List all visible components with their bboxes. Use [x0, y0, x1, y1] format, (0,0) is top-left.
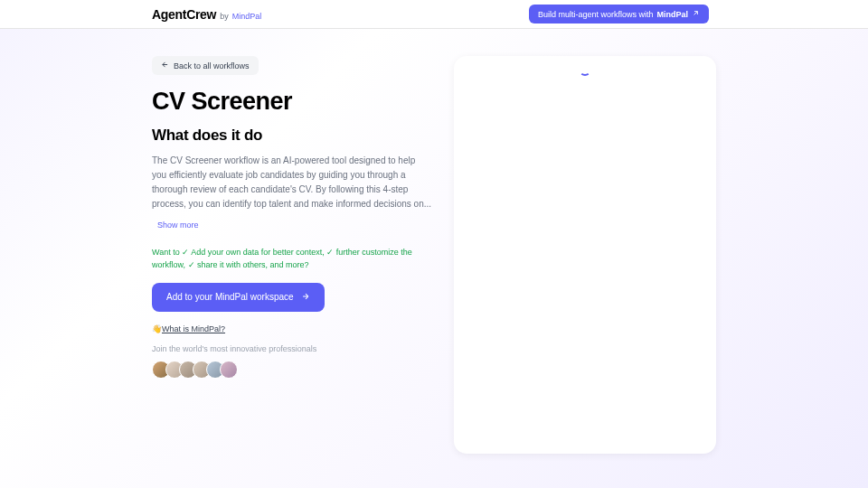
want-to-prefix: Want to: [152, 248, 182, 257]
want-to-text: Want to ✓ Add your own data for better c…: [152, 246, 432, 272]
left-column: Back to all workflows CV Screener What d…: [152, 56, 432, 454]
join-text: Join the world's most innovative profess…: [152, 344, 432, 353]
arrow-left-icon: [161, 61, 169, 70]
want-to-item3: share it with others, and more?: [197, 260, 309, 269]
avatar: [220, 361, 238, 379]
cta-prefix: Build multi-agent workflows with: [538, 10, 654, 19]
want-to-item1: Add your own data for better context,: [191, 248, 326, 257]
logo[interactable]: AgentCrew by MindPal: [152, 7, 261, 22]
back-button[interactable]: Back to all workflows: [152, 56, 259, 75]
external-link-icon: [692, 9, 700, 19]
add-button-label: Add to your MindPal workspace: [166, 292, 294, 302]
page-title: CV Screener: [152, 88, 432, 116]
brand-suffix: MindPal: [232, 12, 262, 21]
avatar-group: [152, 361, 432, 379]
brand-name: AgentCrew: [152, 7, 216, 22]
build-workflows-button[interactable]: Build multi-agent workflows with MindPal: [529, 5, 709, 23]
check-icon: ✓: [188, 260, 198, 269]
header: AgentCrew by MindPal Build multi-agent w…: [0, 0, 868, 29]
page-subtitle: What does it do: [152, 127, 432, 145]
what-is-mindpal-link[interactable]: What is MindPal?: [162, 324, 225, 333]
show-more-link[interactable]: Show more: [157, 221, 199, 230]
back-label: Back to all workflows: [174, 61, 250, 70]
wave-emoji-icon: 👋: [152, 324, 162, 333]
brand-by: by: [220, 12, 229, 21]
what-is-row: 👋What is MindPal?: [152, 324, 432, 333]
arrow-right-icon: [301, 292, 310, 303]
preview-panel: [454, 56, 716, 454]
main-content: Back to all workflows CV Screener What d…: [0, 29, 868, 454]
add-to-workspace-button[interactable]: Add to your MindPal workspace: [152, 283, 325, 312]
page-description: The CV Screener workflow is an AI-powere…: [152, 154, 432, 211]
loading-spinner-icon: [580, 65, 590, 76]
check-icon: ✓: [326, 248, 336, 257]
cta-strong: MindPal: [656, 10, 688, 19]
check-icon: ✓: [182, 248, 191, 257]
